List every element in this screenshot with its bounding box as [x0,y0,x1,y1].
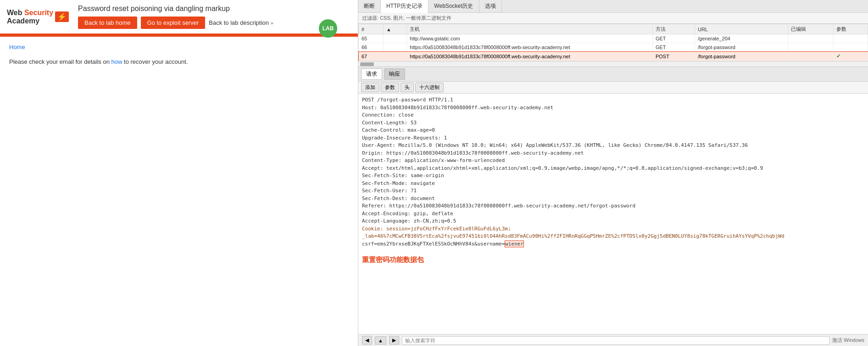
request-line: Origin: https://0a510083048b91d1833c78f0… [362,150,864,157]
col-edited[interactable]: 已编辑 [788,24,834,34]
sub-tab-add[interactable]: 添加 [361,83,379,92]
cell-method: GET [652,34,695,43]
cell-sort [384,34,407,43]
request-line: Upgrade-Insecure-Requests: 1 [362,134,864,142]
cell-method: POST [652,52,695,61]
cell-host: https://0a510083048b91d1833c78f0008000ff… [407,43,653,52]
request-line: Accept: text/html,application/xhtml+xml,… [362,165,864,173]
tab-duanduan[interactable]: 断断 [358,0,381,12]
request-line: Sec-Fetch-Mode: navigate [362,180,864,188]
cell-edited [788,34,834,43]
col-arrow[interactable]: ▲ [384,24,407,34]
request-line: Host: 0a510083048b91d1833c78f0008000ff.w… [362,104,864,112]
request-line: Sec-Fetch-Site: same-origin [362,172,864,180]
cell-url: /forgot-password [695,43,788,52]
request-line: _lab=46%7cMCwCFB38V5rtEca%2fsjvuE97451bi… [362,233,864,240]
tab-websocket[interactable]: WebSocket历史 [428,0,479,12]
filter-label: 过滤器: [362,15,378,21]
devtools-panel: 断断 HTTP历史记录 WebSocket历史 选项 过滤器: CSS, 图片,… [358,0,868,346]
request-line: Sec-Fetch-Dest: document [362,195,864,203]
content-area: Home Please check your email for details… [0,37,358,74]
chevron-right-icon: » [271,20,273,26]
request-line: Accept-Language: zh-CN,zh;q=0.5 [362,218,864,225]
devtools-tabs: 断断 HTTP历史记录 WebSocket历史 选项 [358,0,868,13]
annotation-label: 重置密码功能数据包 [362,255,864,265]
cell-num: 67 [359,52,384,61]
back-to-lab-button[interactable]: Back to lab home [78,17,137,29]
cell-url: /forgot-password [695,52,788,61]
logo-icon: ⚡ [55,11,69,22]
header-buttons: Back to lab home Go to exploit server Ba… [78,17,351,29]
col-method[interactable]: 方法 [652,24,695,34]
req-res-tabs: 请求 响应 [358,67,868,82]
back-to-desc-link[interactable]: Back to lab description » [209,19,273,26]
sub-tabs: 添加 参数 头 十六进制 [358,82,868,94]
cell-params [833,43,868,52]
cell-edited [788,52,834,61]
exploit-server-button[interactable]: Go to exploit server [141,17,206,29]
table-row[interactable]: 66 https://0a510083048b91d1833c78f000800… [359,43,868,52]
sub-tab-params[interactable]: 参数 [381,83,399,92]
how-to-link[interactable]: how [111,58,122,65]
header: Web Security Academy ⚡ Password reset po… [0,0,358,35]
col-host[interactable]: 主机 [407,24,653,34]
request-line: Content-Length: 53 [362,119,864,127]
cell-edited [788,43,834,52]
request-line: Accept-Encoding: gzip, deflate [362,210,864,218]
cell-num: 65 [359,34,384,43]
nav-next-button[interactable]: ▶ [389,336,399,345]
email-notice: Please check your email for details on h… [9,57,349,67]
logo: Web Security Academy ⚡ [7,9,69,25]
col-url[interactable]: URL [695,24,788,34]
page-title: Password reset poisoning via dangling ma… [78,5,351,13]
search-input[interactable] [402,336,829,345]
username-highlight: wiener [505,240,524,247]
request-line: Referer: https://0a510083048b91d1833c78f… [362,202,864,210]
tab-options[interactable]: 选项 [479,0,502,12]
bottom-bar: ◀ ▲ ▶ 激活 Windows [358,334,868,346]
cell-host: http://www.gstatic.com [407,34,653,43]
tab-http-history[interactable]: HTTP历史记录 [381,0,428,13]
home-link[interactable]: Home [9,44,25,50]
request-line: User-Agent: Mozilla/5.0 (Windows NT 10.0… [362,142,864,150]
lab-badge: LAB [319,19,337,38]
cell-params: ✓ [833,52,868,61]
logo-text-line1: Web Security [7,9,53,17]
cell-host: https://0a510083048b91d1833c78f0008000ff… [407,52,653,61]
request-line: Content-Type: application/x-www-form-url… [362,157,864,165]
cell-method: GET [652,43,695,52]
tab-response[interactable]: 响应 [384,68,405,80]
cell-num: 66 [359,43,384,52]
tab-request[interactable]: 请求 [361,68,382,80]
request-content: POST /forgot-password HTTP/1.1Host: 0a51… [358,94,868,334]
sub-tab-head[interactable]: 头 [401,83,414,92]
cell-url: /generate_204 [695,34,788,43]
cell-sort [384,43,407,52]
header-title-area: Password reset poisoning via dangling ma… [78,5,351,29]
nav-prev-button[interactable]: ◀ [362,336,372,345]
nav-up-button[interactable]: ▲ [375,336,386,345]
scroll-area[interactable] [358,61,868,67]
cell-params [833,34,868,43]
request-line-body: csrf=ems2YbrxseBJKqFTXelESSkOcNHhV84s&us… [362,240,864,248]
scrollbar-thumb [360,62,374,66]
request-line: Connection: close [362,112,864,119]
logo-text-line2: Academy [7,17,53,25]
request-line: POST /forgot-password HTTP/1.1 [362,96,864,104]
request-line: Cookie: session=jzFoCHzfFxYrFcekEie8lRGu… [362,225,864,233]
cell-sort [384,52,407,61]
activate-windows-text: 激活 Windows [832,337,864,344]
request-line: Cache-Control: max-age=0 [362,127,864,134]
request-line: Sec-Fetch-User: ?1 [362,187,864,195]
col-num[interactable]: # [359,24,384,34]
table-row[interactable]: 65 http://www.gstatic.com GET /generate_… [359,34,868,43]
filter-bar: 过滤器: CSS, 图片, 一般传票二进制文件 [358,13,868,24]
filter-text: CSS, 图片, 一般传票二进制文件 [380,15,451,21]
table-row[interactable]: 67 https://0a510083048b91d1833c78f000800… [359,52,868,61]
sub-tab-hex[interactable]: 十六进制 [415,83,444,92]
network-table: # ▲ 主机 方法 URL 已编辑 参数 65 http://www.gstat… [358,24,868,61]
col-params[interactable]: 参数 [833,24,868,34]
